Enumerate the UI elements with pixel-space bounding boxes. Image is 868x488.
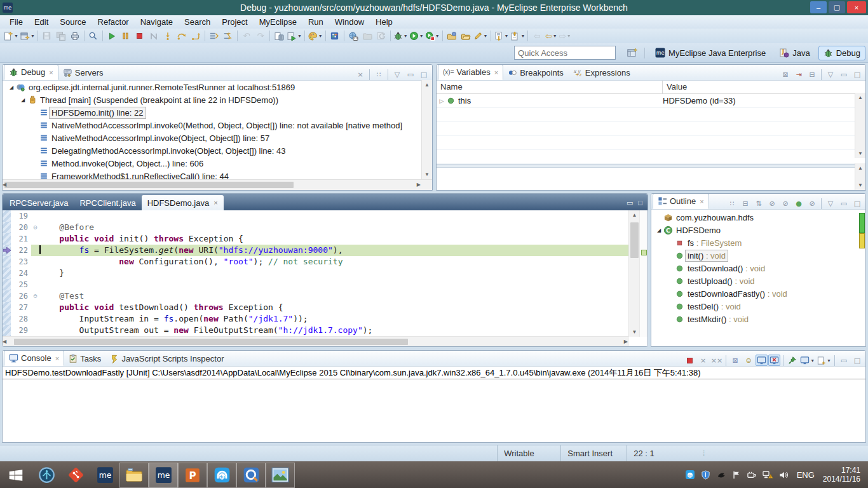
code-line-26[interactable]: 26⊖ @Test bbox=[3, 290, 629, 302]
focus-button[interactable]: ∷ bbox=[726, 198, 738, 209]
dashboard-button[interactable] bbox=[328, 30, 342, 43]
outline-item-com-yuzhouwan-hdfs[interactable]: com.yuzhouwan.hdfs bbox=[651, 211, 865, 224]
minimize-view-button[interactable]: ▭ bbox=[837, 198, 850, 209]
report-design-button[interactable]: ▼ bbox=[307, 30, 323, 43]
outline-item-init-[interactable]: init() : void bbox=[651, 249, 865, 262]
collapse-all-button[interactable]: ⊟ bbox=[739, 198, 752, 209]
variables-detail-pane[interactable] bbox=[437, 168, 865, 191]
outline-item-fs[interactable]: fs : FileSystem bbox=[651, 236, 865, 249]
menu-run[interactable]: Run bbox=[302, 16, 329, 28]
hide-non-public-members-button[interactable]: ● bbox=[792, 198, 805, 209]
refresh-deployment-button[interactable] bbox=[374, 30, 388, 43]
annotate-button[interactable]: ▼ bbox=[473, 30, 489, 43]
step-over-button[interactable] bbox=[175, 30, 189, 43]
menu-edit[interactable]: Edit bbox=[29, 16, 54, 28]
debug-tree-row[interactable]: DelegatingMethodAccessorImpl.invoke(Obje… bbox=[3, 144, 432, 157]
tray-security-shield-icon[interactable] bbox=[701, 470, 710, 480]
taskbar-clock[interactable]: 17:41 2014/11/16 bbox=[823, 466, 860, 484]
open-perspective-button[interactable] bbox=[625, 46, 639, 59]
run-last-button[interactable]: ▼ bbox=[409, 30, 424, 43]
stack-frame-selected[interactable]: HDFSDemo.init() line: 22 bbox=[3, 106, 432, 119]
resume-button[interactable] bbox=[105, 30, 119, 43]
code-line-22[interactable]: 22 fs = FileSystem.get(new URI("hdfs://y… bbox=[3, 245, 629, 256]
mark-occurrences-button[interactable] bbox=[86, 30, 100, 43]
step-into-button[interactable] bbox=[161, 30, 175, 43]
disconnect-button[interactable] bbox=[147, 30, 161, 43]
tray-baidu-music-icon[interactable]: du bbox=[685, 470, 695, 480]
view-menu-button[interactable]: ▽ bbox=[824, 69, 837, 80]
debug-tree-row[interactable]: ◢org.eclipse.jdt.internal.junit.runner.R… bbox=[3, 81, 432, 93]
perspective-debug[interactable]: Debug bbox=[818, 46, 865, 60]
code-line-29[interactable]: 29 OutputStream out = new FileOutputStre… bbox=[3, 325, 629, 336]
editor-overview-ruler[interactable] bbox=[639, 210, 648, 337]
code-line-19[interactable]: 19 bbox=[3, 210, 629, 222]
show-console-stdout-button[interactable] bbox=[756, 355, 768, 366]
expand-arrow-icon[interactable]: ▷ bbox=[437, 98, 447, 104]
scroll-lock-button[interactable]: ⊜ bbox=[742, 355, 755, 366]
editor-vertical-scrollbar[interactable]: ▲ ▼ bbox=[628, 210, 640, 337]
taskbar-photo-viewer[interactable] bbox=[266, 463, 295, 488]
tab-expressions[interactable]: xy+zExpressions bbox=[568, 65, 635, 80]
skip-all-breakpoints-button[interactable] bbox=[207, 30, 221, 43]
terminate-button[interactable] bbox=[684, 355, 696, 366]
code-line-21[interactable]: 21 public void init() throws Exception { bbox=[3, 233, 629, 245]
menu-navigate[interactable]: Navigate bbox=[135, 16, 179, 28]
new-project-button[interactable]: ▼ bbox=[19, 30, 36, 43]
maximize-view-button[interactable]: □ bbox=[851, 198, 864, 209]
outline-item-testdownload-[interactable]: testDownload() : void bbox=[651, 262, 865, 274]
open-artifact-button[interactable] bbox=[459, 30, 473, 43]
suspend-button[interactable] bbox=[119, 30, 133, 43]
perspective-myeclipse-java-enterprise[interactable]: meMyEclipse Java Enterprise bbox=[650, 45, 771, 60]
menu-file[interactable]: File bbox=[4, 16, 29, 28]
menu-refactor[interactable]: Refactor bbox=[92, 16, 135, 28]
tab-outline[interactable]: Outline× bbox=[653, 193, 709, 209]
column-name[interactable]: Name bbox=[437, 81, 663, 93]
tray-flag-icon[interactable] bbox=[732, 470, 741, 480]
save-button[interactable] bbox=[40, 30, 54, 43]
open-console-button[interactable]: ▼ bbox=[816, 355, 832, 366]
menu-myeclipse[interactable]: MyEclipse bbox=[254, 16, 302, 28]
tray-volume-icon[interactable] bbox=[779, 470, 789, 480]
debug-misc-button[interactable]: ∷ bbox=[372, 69, 385, 80]
outline-item-hdfsdemo[interactable]: ◢CHDFSDemo bbox=[651, 224, 865, 236]
use-step-filters-button[interactable] bbox=[221, 30, 235, 43]
tray-network-warning-icon[interactable]: ! bbox=[763, 470, 773, 480]
outline-item-testmkdir-[interactable]: testMkdir() : void bbox=[651, 313, 865, 325]
minimize-view-button[interactable]: ▭ bbox=[837, 69, 850, 80]
taskbar-sourcetree[interactable] bbox=[32, 463, 61, 488]
display-selected-console-button[interactable]: ▼ bbox=[799, 355, 815, 366]
show-logical-structures-button[interactable]: ⇥ bbox=[792, 69, 805, 80]
new-wizard-button[interactable]: ▼ bbox=[3, 30, 19, 43]
taskbar-myeclipse[interactable]: me bbox=[149, 463, 178, 488]
debug-vertical-scrollbar[interactable]: ▲▼ bbox=[421, 80, 432, 179]
debug-tree-row[interactable]: NativeMethodAccessorImpl.invoke(Object, … bbox=[3, 132, 432, 144]
tab-breakpoints[interactable]: Breakpoints bbox=[503, 65, 568, 80]
profile-last-button[interactable]: ▼ bbox=[424, 30, 440, 43]
minimize-button[interactable]: – bbox=[810, 1, 827, 13]
remove-all-launches-button[interactable]: ×× bbox=[710, 355, 723, 366]
debug-tree-row[interactable]: ◢Thread [main] (Suspended (breakpoint at… bbox=[3, 93, 432, 106]
maximize-view-button[interactable]: □ bbox=[851, 355, 864, 366]
console-output-line[interactable]: HDFSDemo.testDownloadFastly [JUnit] C:\U… bbox=[3, 367, 865, 379]
print-button[interactable] bbox=[68, 30, 82, 43]
close-button[interactable]: × bbox=[847, 1, 866, 13]
quick-access-input[interactable] bbox=[514, 46, 616, 60]
new-server-button[interactable] bbox=[272, 30, 286, 43]
code-line-28[interactable]: 28 InputStream in = fs.open(new Path("/j… bbox=[3, 313, 629, 325]
tab-debug[interactable]: Debug× bbox=[4, 64, 58, 80]
taskbar-git[interactable] bbox=[61, 463, 90, 488]
tab-hdfsdemo-java[interactable]: HDFSDemo.java× bbox=[142, 195, 224, 210]
back-button[interactable]: ⇦▼ bbox=[544, 30, 558, 43]
tab-tasks[interactable]: Tasks bbox=[64, 351, 105, 366]
clear-console-button[interactable]: ⊠ bbox=[729, 355, 742, 366]
step-return-button[interactable] bbox=[189, 30, 203, 43]
variable-row-this[interactable]: ▷ this HDFSDemo (id=33) bbox=[437, 94, 865, 108]
tab-console[interactable]: Console× bbox=[4, 350, 64, 366]
tab-rpcserver-java[interactable]: RPCServer.java bbox=[4, 195, 74, 210]
hide-fields-button[interactable]: ⊘ bbox=[766, 198, 778, 209]
checkout-button[interactable]: ▼ bbox=[493, 30, 510, 43]
maximize-view-button[interactable]: □ bbox=[851, 69, 864, 80]
minimize-view-button[interactable]: ▭ bbox=[837, 355, 850, 366]
debug-tree-row[interactable]: Method.invoke(Object, Object...) line: 6… bbox=[3, 157, 432, 170]
perspective-java[interactable]: JJava bbox=[774, 45, 815, 60]
